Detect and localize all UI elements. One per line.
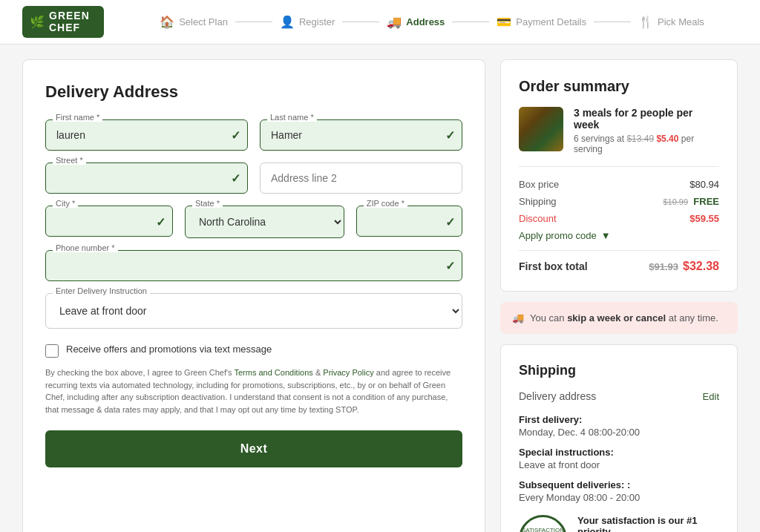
discount-label: Discount bbox=[519, 213, 557, 224]
steps-nav: 🏠 Select Plan 👤 Register 🚚 Address 💳 Pay… bbox=[126, 15, 738, 29]
skip-banner: 🚚 You can skip a week or cancel at any t… bbox=[500, 302, 738, 334]
subsequent-value: Every Monday 08:00 - 20:00 bbox=[519, 492, 719, 503]
step-divider-3 bbox=[452, 22, 489, 22]
first-name-input[interactable] bbox=[45, 119, 248, 151]
order-summary-box: Order summary 3 meals for 2 people per w… bbox=[500, 59, 738, 292]
phone-label: Phone number * bbox=[53, 243, 118, 252]
address-line2-input[interactable] bbox=[260, 162, 462, 194]
phone-input[interactable] bbox=[45, 250, 462, 281]
last-name-label: Last name * bbox=[267, 113, 317, 122]
promo-code-row[interactable]: Apply promo code ▼ bbox=[519, 230, 719, 251]
special-instructions-detail: Special instructions: Leave at front doo… bbox=[519, 447, 719, 470]
terms-link[interactable]: Terms and Conditions bbox=[234, 368, 312, 377]
street-label: Street * bbox=[53, 156, 86, 165]
badge-inner: SATISFACTION 100% GUARANTEE bbox=[522, 528, 564, 532]
total-new-price: $32.38 bbox=[683, 260, 719, 273]
city-input[interactable] bbox=[45, 206, 173, 237]
delivery-address-row: Delivery address Edit bbox=[519, 390, 719, 402]
new-price: $5.40 bbox=[656, 134, 678, 144]
payment-icon: 💳 bbox=[497, 15, 511, 29]
last-name-check-icon: ✓ bbox=[445, 128, 455, 142]
total-row: First box total $91.93 $32.38 bbox=[519, 260, 719, 273]
next-button[interactable]: Next bbox=[45, 430, 462, 467]
total-old-price: $91.93 bbox=[649, 261, 678, 272]
consent-text: By checking the box above, I agree to Gr… bbox=[45, 367, 462, 416]
subsequent-label: Subsequent deliveries: : bbox=[519, 479, 719, 490]
delivery-address-label: Delivery address bbox=[519, 390, 596, 402]
box-price-label: Box price bbox=[519, 179, 559, 190]
street-input[interactable] bbox=[45, 162, 248, 194]
city-check-icon: ✓ bbox=[156, 215, 166, 229]
address-icon: 🚚 bbox=[387, 15, 402, 29]
first-delivery-value: Monday, Dec. 4 08:00-20:00 bbox=[519, 427, 719, 438]
privacy-link[interactable]: Privacy Policy bbox=[323, 368, 373, 377]
box-price-row: Box price $80.94 bbox=[519, 179, 719, 190]
box-price-value: $80.94 bbox=[689, 179, 719, 190]
logo-text: GREEN CheF bbox=[49, 10, 90, 33]
last-name-input[interactable] bbox=[260, 119, 462, 151]
delivery-form-panel: Delivery Address First name * ✓ Last nam… bbox=[22, 59, 485, 532]
step-register[interactable]: 👤 Register bbox=[280, 15, 335, 29]
phone-row: Phone number * ✓ bbox=[45, 250, 462, 281]
satisfaction-row: SATISFACTION 100% GUARANTEE Your satisfa… bbox=[519, 515, 719, 532]
first-delivery-detail: First delivery: Monday, Dec. 4 08:00-20:… bbox=[519, 414, 719, 438]
instruction-group: Enter Delivery Instruction Leave at fron… bbox=[45, 293, 462, 329]
satisfaction-title: Your satisfaction is our #1 priority bbox=[577, 515, 719, 532]
subsequent-deliveries-detail: Subsequent deliveries: : Every Monday 08… bbox=[519, 479, 719, 503]
last-name-group: Last name * ✓ bbox=[260, 119, 462, 151]
zip-group: ZIP code * ✓ bbox=[356, 206, 462, 238]
truck-icon: 🚚 bbox=[512, 312, 524, 324]
instructions-value: Leave at front door bbox=[519, 459, 719, 470]
phone-check-icon: ✓ bbox=[445, 259, 455, 273]
first-name-group: First name * ✓ bbox=[45, 119, 248, 151]
old-price: $13.49 bbox=[626, 134, 654, 144]
pick-meals-icon: 🍴 bbox=[638, 15, 653, 29]
satisfaction-text: Your satisfaction is our #1 priority Nee… bbox=[577, 515, 719, 532]
address-line2-group bbox=[260, 162, 462, 194]
shipping-free: FREE bbox=[693, 196, 719, 207]
step-address[interactable]: 🚚 Address bbox=[387, 15, 445, 29]
state-group: State * North Carolina bbox=[185, 206, 344, 238]
first-name-check-icon: ✓ bbox=[231, 128, 240, 142]
meal-image bbox=[519, 107, 563, 151]
logo-icon: 🌿 bbox=[30, 15, 45, 29]
street-group: Street * ✓ bbox=[45, 162, 248, 194]
step-divider-4 bbox=[594, 22, 631, 22]
promo-checkbox-label: Receive offers and promotions via text m… bbox=[66, 344, 272, 355]
satisfaction-badge: SATISFACTION 100% GUARANTEE bbox=[519, 515, 567, 532]
meal-pricing: 6 servings at $13.49 $5.40 per serving bbox=[574, 134, 719, 154]
form-title: Delivery Address bbox=[45, 82, 462, 102]
city-group: City * ✓ bbox=[45, 206, 173, 238]
promo-label: Apply promo code bbox=[519, 230, 597, 241]
total-prices: $91.93 $32.38 bbox=[649, 260, 719, 273]
step-select-plan[interactable]: 🏠 Select Plan bbox=[160, 15, 228, 29]
register-icon: 👤 bbox=[280, 15, 295, 29]
instructions-label: Special instructions: bbox=[519, 447, 719, 458]
select-plan-icon: 🏠 bbox=[160, 15, 174, 29]
promo-checkbox-row: Receive offers and promotions via text m… bbox=[45, 344, 462, 358]
step-pick-meals[interactable]: 🍴 Pick Meals bbox=[638, 15, 704, 29]
step-divider-2 bbox=[342, 22, 379, 22]
meal-info: 3 meals for 2 people per week 6 servings… bbox=[519, 107, 719, 167]
meal-title: 3 meals for 2 people per week bbox=[574, 107, 719, 131]
order-summary-title: Order summary bbox=[519, 78, 719, 95]
state-label: State * bbox=[192, 199, 223, 208]
shipping-label: Shipping bbox=[519, 196, 557, 207]
skip-bold: skip a week or cancel bbox=[567, 312, 666, 324]
edit-address-link[interactable]: Edit bbox=[703, 391, 719, 402]
first-name-label: First name * bbox=[53, 113, 102, 122]
meal-details: 3 meals for 2 people per week 6 servings… bbox=[574, 107, 719, 154]
street-row: Street * ✓ bbox=[45, 162, 462, 194]
step-divider-1 bbox=[235, 22, 272, 22]
street-check-icon: ✓ bbox=[231, 171, 240, 185]
logo[interactable]: 🌿 GREEN CheF bbox=[22, 6, 104, 38]
instruction-select[interactable]: Leave at front door Hand it to me Leave … bbox=[45, 293, 462, 329]
state-select[interactable]: North Carolina bbox=[185, 206, 344, 238]
phone-group: Phone number * ✓ bbox=[45, 250, 462, 281]
city-label: City * bbox=[53, 199, 78, 208]
first-delivery-label: First delivery: bbox=[519, 414, 719, 425]
promo-checkbox[interactable] bbox=[45, 344, 59, 358]
step-payment[interactable]: 💳 Payment Details bbox=[497, 15, 586, 29]
zip-label: ZIP code * bbox=[364, 199, 407, 208]
city-state-zip-row: City * ✓ State * North Carolina ZIP code… bbox=[45, 206, 462, 238]
